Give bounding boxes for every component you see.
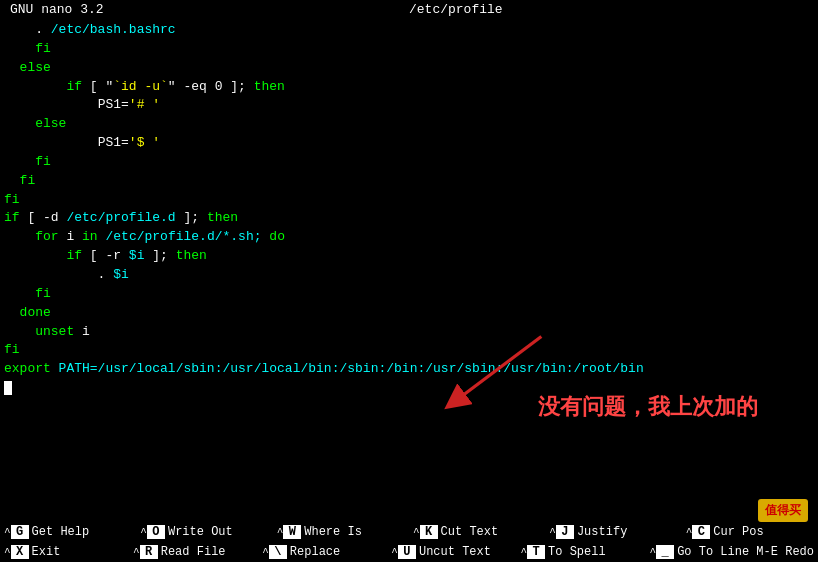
menu-caret: ^ <box>413 526 420 538</box>
menu-label: Uncut Text <box>419 545 491 559</box>
code-line: unset i <box>4 323 814 342</box>
menu-key: C <box>692 525 710 539</box>
menu-key: K <box>420 525 438 539</box>
code-line: PS1='# ' <box>4 96 814 115</box>
menu-caret: ^ <box>4 526 11 538</box>
code-line: done <box>4 304 814 323</box>
menu-item[interactable]: ^JJustify <box>545 525 681 539</box>
code-line: if [ "`id -u`" -eq 0 ]; then <box>4 78 814 97</box>
menu-item[interactable]: ^CCur Pos <box>682 525 818 539</box>
menu-key: G <box>11 525 29 539</box>
title-left: GNU nano 3.2 <box>10 2 104 17</box>
code-line: fi <box>4 153 814 172</box>
code-line: else <box>4 59 814 78</box>
code-line: fi <box>4 285 814 304</box>
menu-label: Write Out <box>168 525 233 539</box>
menu-label: Justify <box>577 525 627 539</box>
code-line: . /etc/bash.bashrc <box>4 21 814 40</box>
menu-item[interactable]: ^GGet Help <box>0 525 136 539</box>
menu-caret: ^ <box>277 526 284 538</box>
menu-item[interactable]: ^XExit <box>0 545 129 559</box>
bottom-menu: ^GGet Help^OWrite Out^WWhere Is^KCut Tex… <box>0 522 818 562</box>
editor-area[interactable]: . /etc/bash.bashrc fi else if [ "`id -u`… <box>0 19 818 509</box>
code-line: else <box>4 115 814 134</box>
menu-key: U <box>398 545 416 559</box>
menu-caret: ^ <box>549 526 556 538</box>
menu-label: To Spell <box>548 545 606 559</box>
code-line: fi <box>4 40 814 59</box>
menu-key: X <box>11 545 29 559</box>
menu-caret: ^ <box>650 546 657 558</box>
watermark: 值得买 <box>758 499 808 522</box>
menu-caret: ^ <box>520 546 527 558</box>
menu-caret: ^ <box>391 546 398 558</box>
menu-label: Replace <box>290 545 340 559</box>
menu-key: W <box>283 525 301 539</box>
menu-item[interactable]: ^TTo Spell <box>516 545 645 559</box>
code-line: export PATH=/usr/local/sbin:/usr/local/b… <box>4 360 814 379</box>
svg-line-0 <box>455 337 542 402</box>
menu-label: Cut Text <box>441 525 499 539</box>
menu-key: R <box>140 545 158 559</box>
code-line: fi <box>4 191 814 210</box>
menu-label: Read File <box>161 545 226 559</box>
code-line: . $i <box>4 266 814 285</box>
annotation-text: 没有问题，我上次加的 <box>538 394 758 419</box>
menu-caret: ^ <box>262 546 269 558</box>
title-center: /etc/profile <box>104 2 808 17</box>
menu-label: Get Help <box>32 525 90 539</box>
menu-key: T <box>527 545 545 559</box>
menu-item[interactable]: ^UUncut Text <box>387 545 516 559</box>
menu-key: _ <box>656 545 674 559</box>
menu-row-1: ^GGet Help^OWrite Out^WWhere Is^KCut Tex… <box>0 522 818 542</box>
menu-caret: ^ <box>140 526 147 538</box>
menu-caret: ^ <box>4 546 11 558</box>
menu-key: O <box>147 525 165 539</box>
code-line: if [ -r $i ]; then <box>4 247 814 266</box>
menu-label: Cur Pos <box>713 525 763 539</box>
menu-item[interactable]: ^WWhere Is <box>273 525 409 539</box>
menu-label: Where Is <box>304 525 362 539</box>
code-line: PS1='$ ' <box>4 134 814 153</box>
menu-caret: ^ <box>686 526 693 538</box>
menu-label: Go To Line M-E Redo <box>677 545 814 559</box>
menu-item[interactable]: ^_Go To Line M-E Redo <box>646 545 818 559</box>
menu-item[interactable]: ^KCut Text <box>409 525 545 539</box>
code-line: fi <box>4 172 814 191</box>
menu-row-2: ^XExit^RRead File^\Replace^UUncut Text^T… <box>0 542 818 562</box>
annotation-overlay: 没有问题，我上次加的 <box>538 392 758 422</box>
code-line: if [ -d /etc/profile.d ]; then <box>4 209 814 228</box>
cursor <box>4 381 12 395</box>
code-line: fi <box>4 341 814 360</box>
menu-key: \ <box>269 545 287 559</box>
menu-caret: ^ <box>133 546 140 558</box>
code-line: for i in /etc/profile.d/*.sh; do <box>4 228 814 247</box>
menu-key: J <box>556 525 574 539</box>
menu-label: Exit <box>32 545 61 559</box>
menu-item[interactable]: ^RRead File <box>129 545 258 559</box>
menu-item[interactable]: ^OWrite Out <box>136 525 272 539</box>
menu-item[interactable]: ^\Replace <box>258 545 387 559</box>
